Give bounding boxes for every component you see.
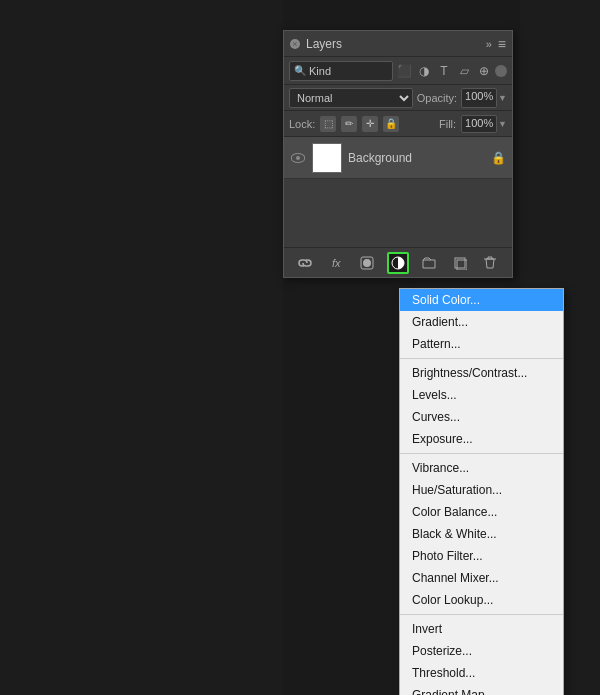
- menu-item-photo-filter[interactable]: Photo Filter...: [400, 545, 563, 567]
- left-background: [0, 0, 283, 695]
- menu-item-threshold[interactable]: Threshold...: [400, 662, 563, 684]
- filter-icons-group: ⬛ ◑ T ▱ ⊕: [396, 64, 492, 78]
- opacity-arrow: ▼: [498, 93, 507, 103]
- fill-label: Fill:: [439, 118, 456, 130]
- filter-kind-label: Kind: [309, 65, 331, 77]
- lock-image-button[interactable]: ✏: [341, 116, 357, 132]
- fx-button[interactable]: fx: [325, 252, 347, 274]
- opacity-value[interactable]: 100%: [461, 88, 497, 108]
- opacity-label: Opacity:: [417, 92, 457, 104]
- menu-item-pattern[interactable]: Pattern...: [400, 333, 563, 355]
- menu-separator-after-color-lookup: [400, 614, 563, 615]
- fill-value[interactable]: 100%: [461, 115, 497, 133]
- filter-toggle[interactable]: [495, 65, 507, 77]
- link-icon: [298, 256, 312, 270]
- panel-menu-button[interactable]: ≡: [498, 37, 506, 51]
- menu-item-gradient-map[interactable]: Gradient Map...: [400, 684, 563, 695]
- menu-item-vibrance[interactable]: Vibrance...: [400, 457, 563, 479]
- menu-item-curves[interactable]: Curves...: [400, 406, 563, 428]
- filter-search-box[interactable]: 🔍 Kind: [289, 61, 393, 81]
- menu-item-gradient[interactable]: Gradient...: [400, 311, 563, 333]
- menu-item-channel-mixer[interactable]: Channel Mixer...: [400, 567, 563, 589]
- type-filter-icon[interactable]: T: [436, 64, 452, 78]
- layer-thumbnail: [312, 143, 342, 173]
- layer-name: Background: [348, 151, 485, 165]
- menu-item-posterize[interactable]: Posterize...: [400, 640, 563, 662]
- fx-icon: fx: [332, 257, 341, 269]
- menu-item-black-white[interactable]: Black & White...: [400, 523, 563, 545]
- filter-row: 🔍 Kind ⬛ ◑ T ▱ ⊕: [284, 57, 512, 85]
- new-adjustment-layer-button[interactable]: [387, 252, 409, 274]
- search-icon: 🔍: [294, 65, 306, 76]
- panel-toolbar: fx: [284, 247, 512, 277]
- adjustment-layer-dropdown: Solid Color...Gradient...Pattern...Brigh…: [399, 288, 564, 695]
- new-layer-button[interactable]: [449, 252, 471, 274]
- menu-item-invert[interactable]: Invert: [400, 618, 563, 640]
- menu-item-color-balance[interactable]: Color Balance...: [400, 501, 563, 523]
- menu-item-brightness-contrast[interactable]: Brightness/Contrast...: [400, 362, 563, 384]
- layer-visibility-toggle[interactable]: [290, 150, 306, 166]
- eye-icon: [291, 153, 305, 163]
- panel-title-group: × Layers: [290, 37, 342, 51]
- smart-filter-icon[interactable]: ⊕: [476, 64, 492, 78]
- blend-row: Normal Multiply Screen Overlay Opacity: …: [284, 85, 512, 111]
- mask-icon: [360, 256, 374, 270]
- link-layers-button[interactable]: [294, 252, 316, 274]
- delete-layer-button[interactable]: [479, 252, 501, 274]
- blend-mode-select[interactable]: Normal Multiply Screen Overlay: [289, 88, 413, 108]
- add-mask-button[interactable]: [356, 252, 378, 274]
- lock-row: Lock: ⬚ ✏ ✛ 🔒 Fill: 100% ▼: [284, 111, 512, 137]
- adjustment-layer-icon: [391, 256, 405, 270]
- new-group-button[interactable]: [418, 252, 440, 274]
- panel-titlebar: × Layers » ≡: [284, 31, 512, 57]
- menu-separator-after-pattern: [400, 358, 563, 359]
- lock-transparent-button[interactable]: ⬚: [320, 116, 336, 132]
- menu-item-solid-color[interactable]: Solid Color...: [400, 289, 563, 311]
- menu-separator-after-exposure: [400, 453, 563, 454]
- fill-arrow: ▼: [498, 119, 507, 129]
- layers-panel: × Layers » ≡ 🔍 Kind ⬛ ◑ T ▱ ⊕ Normal Mul…: [283, 30, 513, 278]
- collapse-button[interactable]: »: [486, 38, 492, 50]
- shape-filter-icon[interactable]: ▱: [456, 64, 472, 78]
- menu-item-color-lookup[interactable]: Color Lookup...: [400, 589, 563, 611]
- lock-label: Lock:: [289, 118, 315, 130]
- lock-position-button[interactable]: ✛: [362, 116, 378, 132]
- layer-lock-icon: 🔒: [491, 151, 506, 165]
- layer-item[interactable]: Background 🔒: [284, 137, 512, 179]
- svg-point-1: [363, 259, 371, 267]
- adjustment-filter-icon[interactable]: ◑: [416, 64, 432, 78]
- lock-artboard-button[interactable]: 🔒: [383, 116, 399, 132]
- eye-dot: [296, 156, 300, 160]
- pixel-filter-icon[interactable]: ⬛: [396, 64, 412, 78]
- layers-list: Background 🔒: [284, 137, 512, 217]
- delete-icon: [483, 256, 497, 270]
- menu-item-levels[interactable]: Levels...: [400, 384, 563, 406]
- menu-item-hue-saturation[interactable]: Hue/Saturation...: [400, 479, 563, 501]
- layer-list-spacer: [284, 217, 512, 247]
- menu-item-exposure[interactable]: Exposure...: [400, 428, 563, 450]
- group-icon: [422, 256, 436, 270]
- close-button[interactable]: ×: [290, 39, 300, 49]
- panel-title: Layers: [306, 37, 342, 51]
- new-layer-icon: [453, 256, 467, 270]
